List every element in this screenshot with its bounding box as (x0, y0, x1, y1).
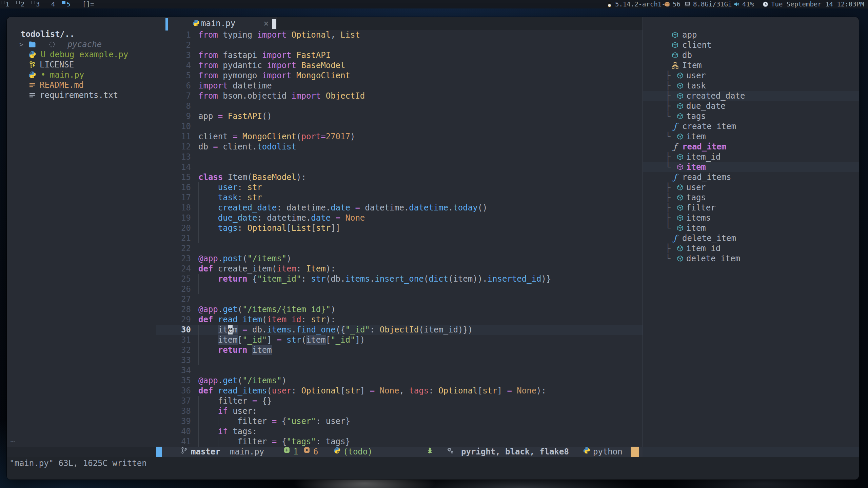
code-line-36[interactable]: 36def read_items(user: Optional[str] = N… (156, 386, 643, 396)
outline-item-due_date[interactable]: ├due_date (643, 101, 859, 111)
code-line-38[interactable]: 38 if user: (156, 406, 643, 416)
outline-item-tags[interactable]: └tags (643, 111, 859, 121)
workspace-5[interactable]: 5 (62, 0, 76, 8)
code-line-29[interactable]: 29def read_item(item_id: str): (156, 314, 643, 325)
outline-item-created_date[interactable]: ├created_date (643, 91, 859, 101)
workspace-3[interactable]: 3 (32, 0, 46, 8)
code-line-25[interactable]: 25 return {"item_id": str(db.items.inser… (156, 274, 643, 284)
code-line-18[interactable]: 18 created_date: datetime.date = datetim… (156, 203, 643, 213)
code-text: return item (198, 345, 272, 355)
cube-icon (676, 133, 684, 140)
code-token: List (292, 223, 311, 233)
outline-item-Item[interactable]: Item (643, 60, 859, 70)
code-line-13[interactable]: 13 (156, 152, 643, 162)
code-line-22[interactable]: 22 (156, 243, 643, 253)
outline-item-item[interactable]: └item (643, 131, 859, 142)
outline-item-items[interactable]: ├items (643, 213, 859, 223)
outline-item-filter[interactable]: ├filter (643, 203, 859, 213)
outline-item-user[interactable]: ├user (643, 182, 859, 192)
outline-item-user[interactable]: ├user (643, 70, 859, 81)
outline-item-create_item[interactable]: ƒcreate_item (643, 121, 859, 131)
outline-item-item_id[interactable]: ├item_id (643, 152, 859, 162)
tree-item-README.md[interactable]: README.md (7, 80, 156, 90)
outline-item-read_item[interactable]: ƒread_item (643, 142, 859, 152)
tree-connector: ├ (666, 182, 670, 192)
tree-item-main.py[interactable]: •main.py (7, 70, 156, 80)
code-line-31[interactable]: 31 item["_id"] = str(item["_id"]) (156, 335, 643, 345)
code-line-37[interactable]: 37 filter = {} (156, 396, 643, 406)
code-token: insert_one (375, 274, 424, 284)
code-line-7[interactable]: 7from bson.objectid import ObjectId (156, 91, 643, 101)
outline-item-task[interactable]: ├task (643, 81, 859, 91)
outline-item-delete_item[interactable]: └delete_item (643, 253, 859, 264)
code-line-24[interactable]: 24def create_item(item: Item): (156, 264, 643, 274)
outline-item-item_id[interactable]: ├item_id (643, 243, 859, 253)
workspace-2[interactable]: 2 (16, 0, 31, 8)
outline-item-client[interactable]: client (643, 40, 859, 50)
cube-icon (676, 113, 684, 120)
code-line-12[interactable]: 12db = client.todolist (156, 142, 643, 152)
code-line-5[interactable]: 5from pymongo import MongoClient (156, 70, 643, 81)
code-token: BaseModel (252, 172, 296, 182)
code-line-20[interactable]: 20 tags: Optional[List[str]] (156, 223, 643, 233)
code-text: @app.get("/items/{item_id}") (198, 304, 336, 314)
line-number: 24 (156, 264, 191, 274)
code-line-30[interactable]: 30 item = db.items.find_one({"_id": Obje… (156, 325, 643, 335)
code-token: "_id" (331, 335, 355, 345)
code-line-17[interactable]: 17 task: str (156, 192, 643, 203)
code-line-19[interactable]: 19 due_date: datetime.date = None (156, 213, 643, 223)
code-line-27[interactable]: 27 (156, 294, 643, 304)
outline-item-item[interactable]: └item (643, 162, 859, 172)
code-token: port (301, 132, 321, 141)
code-line-28[interactable]: 28@app.get("/items/{item_id}") (156, 304, 643, 314)
code-line-35[interactable]: 35@app.get("/items") (156, 375, 643, 386)
tree-item-LICENSE[interactable]: LICENSE (7, 60, 156, 70)
workspace-1[interactable]: 1 (1, 0, 15, 8)
code-editor-pane[interactable]: 1from typing import Optional, List23from… (156, 30, 643, 447)
code-token (198, 223, 218, 233)
tab-close-icon[interactable]: × (263, 18, 269, 28)
code-line-14[interactable]: 14 (156, 162, 643, 172)
line-number: 12 (156, 142, 191, 152)
outline-item-app[interactable]: app (643, 30, 859, 40)
outline-item-delete_item[interactable]: ƒdelete_item (643, 233, 859, 243)
code-line-4[interactable]: 4from pydantic import BaseModel (156, 60, 643, 70)
code-line-15[interactable]: 15class Item(BaseModel): (156, 172, 643, 182)
code-line-9[interactable]: 9app = FastAPI() (156, 111, 643, 121)
code-line-10[interactable]: 10 (156, 121, 643, 131)
code-line-32[interactable]: 32 return item (156, 345, 643, 355)
outline-item-read_items[interactable]: ƒread_items (643, 172, 859, 182)
code-token: pymongo (223, 71, 262, 80)
outline-item-item[interactable]: └item (643, 223, 859, 233)
cube-icon (676, 184, 684, 191)
code-token: user (272, 386, 292, 395)
code-line-11[interactable]: 11client = MongoClient(port=27017) (156, 131, 643, 142)
tab-main-py[interactable]: main.py (201, 18, 235, 28)
code-line-2[interactable]: 2 (156, 40, 643, 50)
code-line-3[interactable]: 3from fastapi import FastAPI (156, 50, 643, 60)
outline-item-tags[interactable]: ├tags (643, 192, 859, 203)
tree-item-__pycache__[interactable]: >__pycache__ (7, 39, 156, 49)
outline-label: read_item (682, 142, 726, 152)
code-token (198, 427, 218, 436)
code-line-21[interactable]: 21 (156, 233, 643, 243)
code-line-41[interactable]: 41 filter = {"tags": tags} (156, 436, 643, 447)
tree-item-debug_example.py[interactable]: Udebug_example.py (7, 49, 156, 60)
tree-item-requirements.txt[interactable]: requirements.txt (7, 90, 156, 100)
code-text: created_date: datetime.date = datetime.d… (198, 203, 488, 213)
code-line-8[interactable]: 8 (156, 101, 643, 111)
code-line-1[interactable]: 1from typing import Optional, List (156, 30, 643, 40)
code-line-6[interactable]: 6import datetime (156, 81, 643, 91)
code-line-16[interactable]: 16 user: str (156, 182, 643, 192)
code-line-33[interactable]: 33 (156, 355, 643, 365)
code-line-26[interactable]: 26 (156, 284, 643, 294)
cube-icon (676, 214, 684, 222)
outline-item-db[interactable]: db (643, 50, 859, 60)
outline-label: app (682, 30, 697, 40)
workspace-4[interactable]: 4 (47, 0, 61, 8)
chevron-right-icon[interactable]: > (19, 39, 23, 49)
code-line-23[interactable]: 23@app.post("/items") (156, 253, 643, 264)
code-line-40[interactable]: 40 if tags: (156, 426, 643, 436)
code-line-34[interactable]: 34 (156, 365, 643, 375)
code-line-39[interactable]: 39 filter = {"user": user} (156, 416, 643, 426)
